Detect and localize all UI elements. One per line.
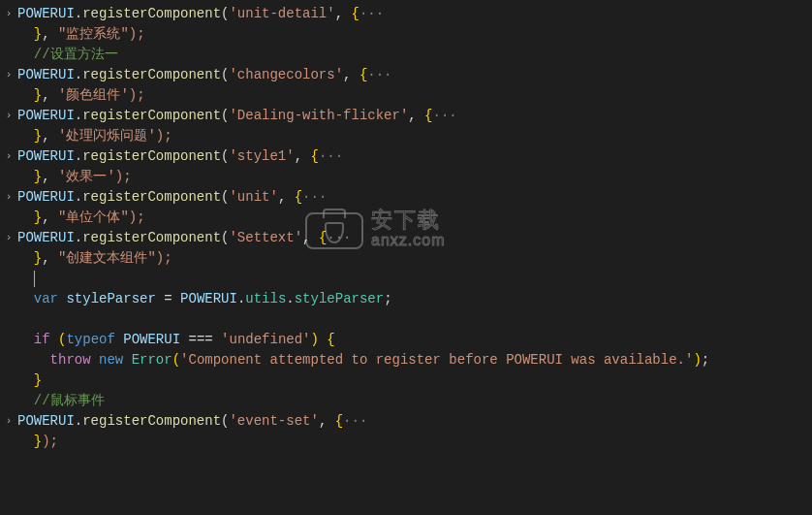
string-literal: '颜色组件'); bbox=[58, 87, 145, 103]
code-line: › POWERUI.registerComponent('Dealing-wit… bbox=[0, 106, 812, 126]
fold-chevron-icon[interactable]: › bbox=[6, 230, 13, 246]
string-literal: 'Settext' bbox=[229, 230, 302, 245]
string-literal: '处理闪烁问题'); bbox=[58, 128, 172, 144]
code-line: › POWERUI.registerComponent('style1', {·… bbox=[0, 146, 812, 167]
code-line: } bbox=[0, 370, 812, 391]
string-literal: "单位个体"); bbox=[58, 209, 145, 225]
keyword: typeof bbox=[66, 332, 114, 347]
keyword: if bbox=[34, 332, 50, 347]
code-line: //鼠标事件 bbox=[0, 391, 812, 411]
identifier: styleParser bbox=[66, 291, 155, 306]
code-line: if (typeof POWERUI === 'undefined') { bbox=[0, 330, 812, 350]
property: styleParser bbox=[295, 291, 384, 306]
folded-ellipsis[interactable]: ··· bbox=[327, 230, 351, 245]
type-name: Error bbox=[132, 352, 172, 368]
text-cursor bbox=[34, 271, 35, 287]
code-line: }, '效果一'); bbox=[0, 167, 812, 187]
folded-ellipsis[interactable]: ··· bbox=[367, 67, 391, 82]
fold-chevron-icon[interactable]: › bbox=[6, 413, 13, 430]
string-literal: 'unit-detail' bbox=[229, 6, 334, 21]
comment: //设置方法一 bbox=[34, 47, 118, 62]
code-line: › POWERUI.registerComponent('unit', {··· bbox=[0, 187, 812, 208]
code-line: var styleParser = POWERUI.utils.stylePar… bbox=[0, 289, 812, 309]
code-line bbox=[0, 269, 812, 289]
folded-ellipsis[interactable]: ··· bbox=[302, 189, 327, 205]
method-name: registerComponent bbox=[82, 6, 221, 21]
code-editor[interactable]: › POWERUI.registerComponent('unit-detail… bbox=[0, 0, 812, 456]
code-line: //设置方法一 bbox=[0, 45, 812, 65]
comment: //鼠标事件 bbox=[34, 393, 105, 408]
code-line: › POWERUI.registerComponent('event-set',… bbox=[0, 411, 812, 432]
string-literal: "监控系统"); bbox=[58, 26, 145, 42]
code-line: › POWERUI.registerComponent('unit-detail… bbox=[0, 4, 812, 24]
string-literal: 'undefined' bbox=[221, 332, 310, 347]
code-line: throw new Error('Component attempted to … bbox=[0, 350, 812, 370]
string-literal: 'changecolors' bbox=[229, 67, 343, 82]
keyword: throw bbox=[50, 352, 91, 368]
keyword: new bbox=[99, 352, 123, 368]
identifier: POWERUI bbox=[17, 6, 75, 21]
string-literal: 'Dealing-with-flicker' bbox=[229, 108, 408, 123]
property: utils bbox=[245, 291, 286, 306]
folded-ellipsis[interactable]: ··· bbox=[359, 6, 384, 21]
string-literal: 'event-set' bbox=[229, 413, 318, 429]
string-literal: 'unit' bbox=[229, 189, 277, 205]
string-literal: ); bbox=[42, 434, 58, 449]
code-line: }, '颜色组件'); bbox=[0, 85, 812, 106]
code-line: }, "创建文本组件"); bbox=[0, 248, 812, 269]
folded-ellipsis[interactable]: ··· bbox=[319, 148, 343, 164]
code-line: }, "单位个体"); bbox=[0, 208, 812, 228]
keyword: var bbox=[34, 291, 58, 306]
string-literal: 'Component attempted to register before … bbox=[180, 352, 693, 368]
fold-chevron-icon[interactable]: › bbox=[6, 6, 13, 22]
code-line: }); bbox=[0, 432, 812, 452]
string-literal: "创建文本组件"); bbox=[58, 250, 172, 266]
code-line: }, "监控系统"); bbox=[0, 24, 812, 45]
fold-chevron-icon[interactable]: › bbox=[6, 108, 13, 124]
folded-ellipsis[interactable]: ··· bbox=[433, 108, 457, 123]
string-literal: '效果一'); bbox=[58, 169, 132, 184]
fold-chevron-icon[interactable]: › bbox=[6, 148, 13, 165]
fold-chevron-icon[interactable]: › bbox=[6, 189, 13, 206]
code-line: › POWERUI.registerComponent('changecolor… bbox=[0, 65, 812, 85]
string-literal: 'style1' bbox=[229, 148, 294, 164]
folded-ellipsis[interactable]: ··· bbox=[343, 413, 367, 429]
code-line bbox=[0, 309, 812, 330]
code-line: }, '处理闪烁问题'); bbox=[0, 126, 812, 146]
fold-chevron-icon[interactable]: › bbox=[6, 67, 13, 83]
code-line: › POWERUI.registerComponent('Settext', {… bbox=[0, 228, 812, 248]
